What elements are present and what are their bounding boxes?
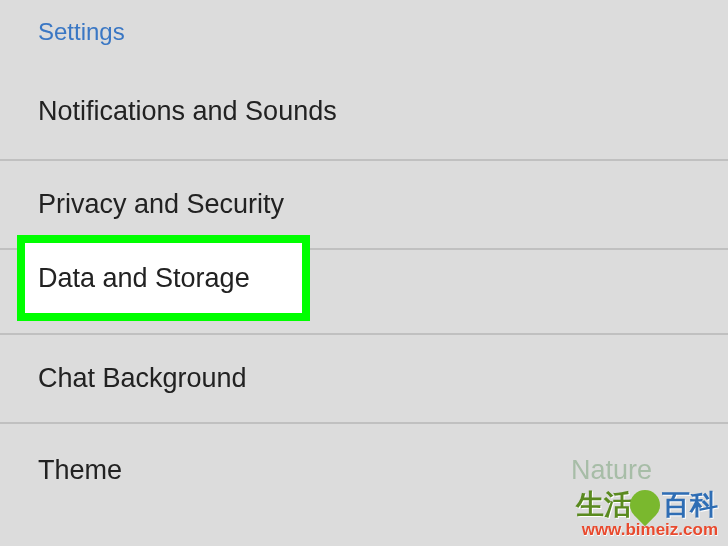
menu-item-label: Notifications and Sounds — [38, 96, 337, 127]
settings-section-header: Settings — [0, 0, 728, 64]
watermark-text-cn1: 生活 — [576, 486, 632, 524]
watermark-text-cn2: 百科 — [662, 486, 718, 524]
settings-title: Settings — [38, 18, 125, 45]
watermark-url: www.bimeiz.com — [582, 520, 718, 540]
menu-item-label: Chat Background — [38, 363, 247, 394]
watermark: 生活 百科 www.bimeiz.com — [576, 486, 718, 540]
menu-item-chat-background[interactable]: Chat Background — [0, 334, 728, 423]
menu-item-notifications-sounds[interactable]: Notifications and Sounds — [0, 64, 728, 160]
watermark-logo: 生活 百科 — [576, 486, 718, 524]
highlight-label: Data and Storage — [38, 263, 250, 294]
menu-item-value: Nature — [571, 455, 690, 486]
highlight-box-data-storage: Data and Storage — [17, 235, 310, 321]
menu-item-label: Theme — [38, 455, 122, 486]
menu-item-label: Privacy and Security — [38, 189, 284, 220]
